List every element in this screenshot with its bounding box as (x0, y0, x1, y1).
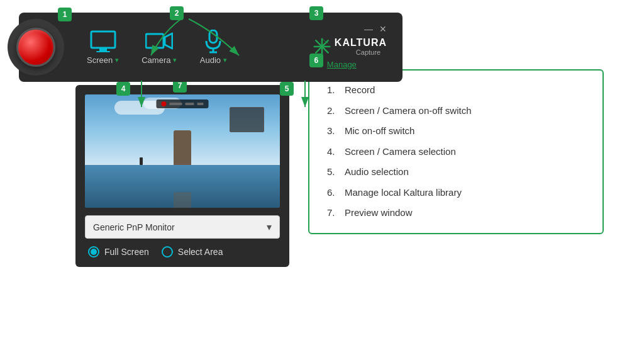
info-num-2: 2. (327, 104, 345, 118)
badge-2: 2 (170, 6, 184, 20)
info-num-5: 5. (327, 165, 345, 179)
info-num-4: 4. (327, 145, 345, 159)
badge-4: 4 (116, 82, 130, 96)
info-item-1: 1. Record (327, 83, 585, 98)
info-num-3: 3. (327, 124, 345, 139)
info-text-5: Audio selection (345, 165, 409, 179)
preview-mini-toolbar (157, 99, 209, 108)
svg-rect-3 (146, 34, 164, 48)
toolbar-controls: Screen ▾ Camera ▾ (75, 25, 396, 70)
kaltura-sub: Capture (356, 48, 387, 56)
toolbar: 1 2 3 Screen ▾ (19, 13, 402, 82)
preview-panel: 7 Generic PnP Monitor ▾ Full S (75, 85, 289, 267)
window-controls: — ✕ (364, 25, 387, 33)
info-item-2: 2. Screen / Camera on-off switch (327, 104, 585, 118)
info-item-4: 4. Screen / Camera selection (327, 145, 585, 159)
badge-5: 5 (280, 82, 294, 96)
badge-6: 6 (309, 54, 323, 67)
minimize-button[interactable]: — (364, 25, 373, 33)
record-pill (8, 19, 64, 76)
monitor-label: Generic PnP Monitor (93, 222, 175, 232)
info-text-6: Manage local Kaltura library (345, 186, 462, 200)
screen-label: Screen ▾ (87, 55, 119, 65)
preview-pip (230, 107, 264, 132)
camera-icon (145, 30, 173, 53)
kaltura-star-icon (313, 38, 331, 55)
full-screen-radio[interactable] (88, 246, 99, 258)
manage-link[interactable]: Manage (327, 60, 357, 69)
svg-rect-2 (96, 51, 110, 52)
svg-rect-5 (209, 30, 217, 43)
close-button[interactable]: ✕ (379, 25, 387, 33)
monitor-selector[interactable]: Generic PnP Monitor ▾ (85, 215, 280, 239)
info-item-6: 6. Manage local Kaltura library (327, 186, 585, 200)
kaltura-logo: KALTURA Capture (313, 37, 387, 56)
info-box: 1. Record 2. Screen / Camera on-off swit… (308, 69, 604, 234)
badge-3: 3 (309, 6, 323, 20)
full-screen-label: Full Screen (104, 247, 149, 257)
screen-chevron: ▾ (115, 56, 119, 64)
info-num-1: 1. (327, 83, 345, 98)
svg-rect-0 (91, 31, 115, 48)
svg-point-13 (319, 45, 324, 49)
kaltura-brand: KALTURA (335, 37, 387, 48)
info-item-3: 3. Mic on-off switch (327, 124, 585, 139)
select-area-radio[interactable] (162, 246, 173, 258)
kaltura-area: — ✕ KALTURA Capture (313, 25, 396, 70)
camera-label: Camera ▾ (142, 55, 177, 65)
monitor-chevron-icon: ▾ (267, 221, 272, 233)
audio-chevron: ▾ (223, 56, 227, 64)
audio-control[interactable]: Audio ▾ (188, 25, 238, 70)
screen-options: Full Screen Select Area (85, 246, 280, 258)
preview-image (85, 94, 280, 208)
info-text-1: Record (345, 83, 375, 98)
svg-marker-4 (165, 33, 172, 48)
select-area-option[interactable]: Select Area (162, 246, 223, 258)
info-num-7: 7. (327, 206, 345, 220)
info-num-6: 6. (327, 186, 345, 200)
full-screen-option[interactable]: Full Screen (88, 246, 149, 258)
badge-1: 1 (58, 8, 72, 21)
info-text-4: Screen / Camera selection (345, 145, 456, 159)
info-text-2: Screen / Camera on-off switch (345, 104, 471, 118)
camera-chevron: ▾ (173, 56, 177, 64)
camera-control[interactable]: Camera ▾ (130, 25, 188, 70)
select-area-label: Select Area (178, 247, 223, 257)
svg-rect-1 (99, 48, 107, 51)
info-text-7: Preview window (345, 206, 413, 220)
record-button[interactable] (16, 28, 55, 67)
screen-icon (89, 30, 117, 53)
mic-icon (199, 30, 227, 53)
info-item-7: 7. Preview window (327, 206, 585, 220)
screen-control[interactable]: Screen ▾ (75, 25, 130, 70)
audio-label: Audio ▾ (200, 55, 227, 65)
info-item-5: 5. Audio selection (327, 165, 585, 179)
info-text-3: Mic on-off switch (345, 124, 414, 139)
